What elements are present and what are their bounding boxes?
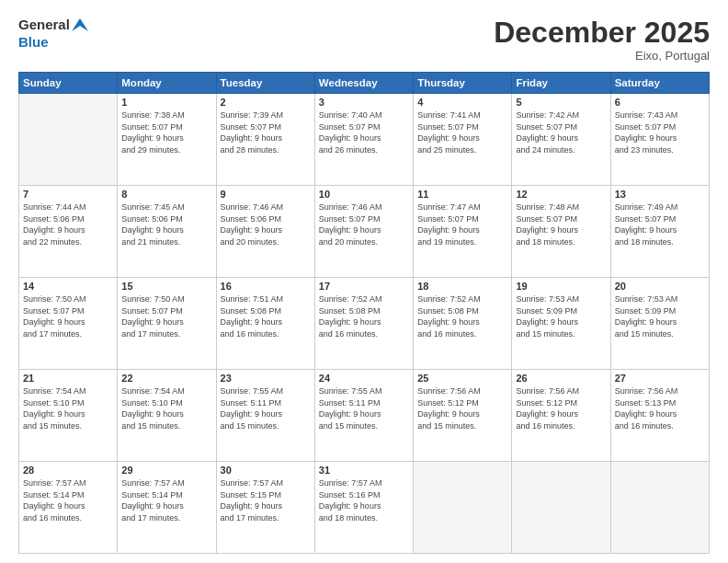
calendar-day-cell: 22Sunrise: 7:54 AM Sunset: 5:10 PM Dayli… [118, 370, 216, 462]
day-number: 8 [121, 189, 211, 200]
calendar-day-cell: 19Sunrise: 7:53 AM Sunset: 5:09 PM Dayli… [512, 278, 610, 370]
day-info: Sunrise: 7:45 AM Sunset: 5:06 PM Dayligh… [121, 201, 211, 247]
calendar-week-row: 14Sunrise: 7:50 AM Sunset: 5:07 PM Dayli… [19, 278, 710, 370]
day-info: Sunrise: 7:57 AM Sunset: 5:14 PM Dayligh… [23, 477, 113, 523]
day-number: 7 [23, 189, 113, 200]
calendar-day-cell: 24Sunrise: 7:55 AM Sunset: 5:11 PM Dayli… [314, 370, 413, 462]
day-number: 15 [121, 281, 211, 292]
weekday-header-row: SundayMondayTuesdayWednesdayThursdayFrid… [19, 73, 710, 94]
weekday-header-cell: Thursday [414, 73, 512, 94]
day-info: Sunrise: 7:43 AM Sunset: 5:07 PM Dayligh… [615, 109, 705, 155]
calendar-day-cell [512, 462, 610, 554]
calendar-day-cell: 11Sunrise: 7:47 AM Sunset: 5:07 PM Dayli… [414, 186, 512, 278]
day-info: Sunrise: 7:53 AM Sunset: 5:09 PM Dayligh… [516, 293, 606, 339]
day-number: 17 [319, 281, 409, 292]
logo: General Blue [18, 17, 88, 52]
logo-bird-icon [72, 18, 88, 31]
day-number: 28 [23, 465, 113, 476]
day-number: 1 [121, 97, 211, 108]
day-number: 3 [319, 97, 409, 108]
day-number: 18 [417, 281, 507, 292]
calendar-day-cell: 10Sunrise: 7:46 AM Sunset: 5:07 PM Dayli… [314, 186, 413, 278]
calendar-day-cell: 26Sunrise: 7:56 AM Sunset: 5:12 PM Dayli… [512, 370, 610, 462]
calendar-week-row: 21Sunrise: 7:54 AM Sunset: 5:10 PM Dayli… [19, 370, 710, 462]
day-info: Sunrise: 7:48 AM Sunset: 5:07 PM Dayligh… [516, 201, 606, 247]
day-number: 13 [615, 189, 705, 200]
calendar-day-cell: 23Sunrise: 7:55 AM Sunset: 5:11 PM Dayli… [216, 370, 314, 462]
calendar-day-cell: 30Sunrise: 7:57 AM Sunset: 5:15 PM Dayli… [216, 462, 314, 554]
day-info: Sunrise: 7:38 AM Sunset: 5:07 PM Dayligh… [121, 109, 211, 155]
day-number: 22 [121, 373, 211, 384]
logo-general: General [18, 17, 70, 34]
day-info: Sunrise: 7:46 AM Sunset: 5:07 PM Dayligh… [319, 201, 409, 247]
weekday-header-cell: Tuesday [216, 73, 314, 94]
calendar-week-row: 1Sunrise: 7:38 AM Sunset: 5:07 PM Daylig… [19, 94, 710, 186]
day-info: Sunrise: 7:39 AM Sunset: 5:07 PM Dayligh… [221, 109, 311, 155]
day-number: 20 [615, 281, 705, 292]
calendar-day-cell: 29Sunrise: 7:57 AM Sunset: 5:14 PM Dayli… [118, 462, 216, 554]
calendar-day-cell: 6Sunrise: 7:43 AM Sunset: 5:07 PM Daylig… [610, 94, 709, 186]
day-info: Sunrise: 7:50 AM Sunset: 5:07 PM Dayligh… [23, 293, 113, 339]
weekday-header-cell: Friday [512, 73, 610, 94]
day-number: 5 [516, 97, 606, 108]
calendar-day-cell: 2Sunrise: 7:39 AM Sunset: 5:07 PM Daylig… [216, 94, 314, 186]
day-info: Sunrise: 7:44 AM Sunset: 5:06 PM Dayligh… [23, 201, 113, 247]
calendar-day-cell: 17Sunrise: 7:52 AM Sunset: 5:08 PM Dayli… [314, 278, 413, 370]
calendar-day-cell: 15Sunrise: 7:50 AM Sunset: 5:07 PM Dayli… [118, 278, 216, 370]
day-number: 14 [23, 281, 113, 292]
calendar-day-cell: 5Sunrise: 7:42 AM Sunset: 5:07 PM Daylig… [512, 94, 610, 186]
logo-blue: Blue [18, 34, 88, 52]
calendar-day-cell: 4Sunrise: 7:41 AM Sunset: 5:07 PM Daylig… [414, 94, 512, 186]
day-number: 25 [417, 373, 507, 384]
day-number: 4 [417, 97, 507, 108]
calendar-week-row: 28Sunrise: 7:57 AM Sunset: 5:14 PM Dayli… [19, 462, 710, 554]
day-number: 26 [516, 373, 606, 384]
month-title: December 2025 [494, 17, 710, 49]
calendar-day-cell: 12Sunrise: 7:48 AM Sunset: 5:07 PM Dayli… [512, 186, 610, 278]
day-info: Sunrise: 7:46 AM Sunset: 5:06 PM Dayligh… [221, 201, 311, 247]
day-info: Sunrise: 7:56 AM Sunset: 5:12 PM Dayligh… [417, 385, 507, 431]
calendar-day-cell: 28Sunrise: 7:57 AM Sunset: 5:14 PM Dayli… [19, 462, 118, 554]
calendar-week-row: 7Sunrise: 7:44 AM Sunset: 5:06 PM Daylig… [19, 186, 710, 278]
day-number: 21 [23, 373, 113, 384]
calendar-day-cell: 18Sunrise: 7:52 AM Sunset: 5:08 PM Dayli… [414, 278, 512, 370]
day-number: 6 [615, 97, 705, 108]
weekday-header-cell: Sunday [19, 73, 118, 94]
weekday-header-cell: Saturday [610, 73, 709, 94]
day-number: 16 [221, 281, 311, 292]
day-info: Sunrise: 7:54 AM Sunset: 5:10 PM Dayligh… [23, 385, 113, 431]
day-info: Sunrise: 7:57 AM Sunset: 5:16 PM Dayligh… [319, 477, 409, 523]
day-info: Sunrise: 7:55 AM Sunset: 5:11 PM Dayligh… [221, 385, 311, 431]
day-info: Sunrise: 7:50 AM Sunset: 5:07 PM Dayligh… [121, 293, 211, 339]
calendar-day-cell: 13Sunrise: 7:49 AM Sunset: 5:07 PM Dayli… [610, 186, 709, 278]
page: General Blue December 2025 Eixo, Portuga… [0, 0, 728, 563]
day-number: 19 [516, 281, 606, 292]
calendar-day-cell: 20Sunrise: 7:53 AM Sunset: 5:09 PM Dayli… [610, 278, 709, 370]
day-info: Sunrise: 7:47 AM Sunset: 5:07 PM Dayligh… [417, 201, 507, 247]
day-info: Sunrise: 7:57 AM Sunset: 5:15 PM Dayligh… [221, 477, 311, 523]
header: General Blue December 2025 Eixo, Portuga… [18, 17, 710, 63]
calendar-day-cell [19, 94, 118, 186]
day-info: Sunrise: 7:54 AM Sunset: 5:10 PM Dayligh… [121, 385, 211, 431]
calendar-day-cell: 21Sunrise: 7:54 AM Sunset: 5:10 PM Dayli… [19, 370, 118, 462]
day-info: Sunrise: 7:49 AM Sunset: 5:07 PM Dayligh… [615, 201, 705, 247]
day-info: Sunrise: 7:56 AM Sunset: 5:12 PM Dayligh… [516, 385, 606, 431]
day-info: Sunrise: 7:53 AM Sunset: 5:09 PM Dayligh… [615, 293, 705, 339]
day-info: Sunrise: 7:52 AM Sunset: 5:08 PM Dayligh… [417, 293, 507, 339]
day-info: Sunrise: 7:52 AM Sunset: 5:08 PM Dayligh… [319, 293, 409, 339]
day-info: Sunrise: 7:40 AM Sunset: 5:07 PM Dayligh… [319, 109, 409, 155]
calendar-day-cell [610, 462, 709, 554]
calendar-day-cell: 16Sunrise: 7:51 AM Sunset: 5:08 PM Dayli… [216, 278, 314, 370]
day-number: 12 [516, 189, 606, 200]
day-number: 11 [417, 189, 507, 200]
calendar-day-cell: 9Sunrise: 7:46 AM Sunset: 5:06 PM Daylig… [216, 186, 314, 278]
title-block: December 2025 Eixo, Portugal [494, 17, 710, 63]
day-info: Sunrise: 7:55 AM Sunset: 5:11 PM Dayligh… [319, 385, 409, 431]
day-number: 29 [121, 465, 211, 476]
day-number: 31 [319, 465, 409, 476]
calendar-day-cell [414, 462, 512, 554]
day-info: Sunrise: 7:57 AM Sunset: 5:14 PM Dayligh… [121, 477, 211, 523]
calendar-day-cell: 7Sunrise: 7:44 AM Sunset: 5:06 PM Daylig… [19, 186, 118, 278]
svg-marker-0 [72, 18, 88, 31]
location-subtitle: Eixo, Portugal [494, 49, 710, 63]
